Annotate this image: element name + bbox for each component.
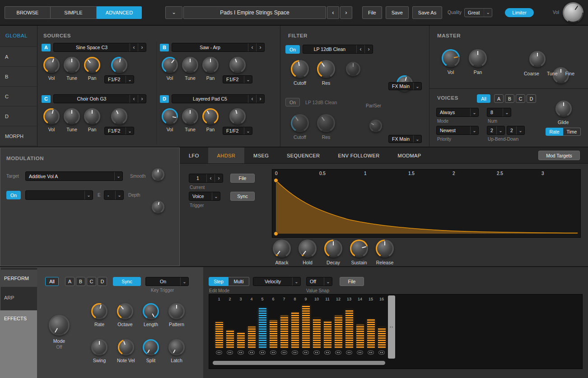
mod-targets-button[interactable]: Mod Targets <box>538 151 580 160</box>
filter2-route-select[interactable]: FX Main ⌄ <box>388 135 422 143</box>
envelope-node[interactable] <box>274 232 278 236</box>
arp-b-button[interactable]: B <box>76 277 85 286</box>
tab-sequencer[interactable]: SEQUENCER <box>278 148 329 163</box>
edit-step-button[interactable]: Step <box>209 277 229 286</box>
pan-knob[interactable] <box>202 57 219 73</box>
release-knob[interactable] <box>376 240 394 258</box>
depth-knob[interactable] <box>152 201 164 213</box>
source-name-field[interactable]: Saw - Arp ‹ › <box>172 43 265 52</box>
note-vel-knob[interactable] <box>118 339 134 355</box>
browse-button[interactable]: BROWSE <box>5 6 51 19</box>
tab-env-follower[interactable]: ENV FOLLOWER <box>329 148 388 163</box>
global-tab[interactable]: GLOBAL <box>5 33 28 38</box>
limiter-button[interactable]: Limiter <box>505 8 534 17</box>
decay-knob[interactable] <box>324 240 342 258</box>
step-bar[interactable] <box>300 304 311 348</box>
step-file-button[interactable]: File <box>340 277 364 286</box>
step-bar[interactable] <box>365 304 376 348</box>
nav-item-a[interactable]: A <box>0 46 37 66</box>
master-volume-knob[interactable] <box>563 2 583 23</box>
step-tie[interactable] <box>311 350 322 355</box>
step-bar[interactable] <box>257 304 268 348</box>
prev-icon[interactable]: ‹ <box>130 95 138 103</box>
step-bar[interactable] <box>246 304 257 348</box>
step-tie[interactable] <box>355 350 365 355</box>
value-snap-select[interactable]: Off ⌄ <box>306 277 332 286</box>
cutoff-knob[interactable] <box>291 114 309 132</box>
vol-knob[interactable] <box>43 57 60 73</box>
source-name-field[interactable]: Sine Space C3 ‹ › <box>53 43 146 52</box>
step-bar[interactable] <box>289 304 300 348</box>
next-icon[interactable]: › <box>215 174 223 182</box>
vol-knob[interactable] <box>162 108 178 124</box>
next-icon[interactable]: › <box>364 45 373 53</box>
arp-c-button[interactable]: C <box>87 277 96 286</box>
tune-knob[interactable] <box>64 57 80 73</box>
pattern-knob[interactable] <box>168 303 185 319</box>
step-tie[interactable] <box>333 350 344 355</box>
source-name-field[interactable]: Choir Ooh G3 ‹ › <box>53 94 146 103</box>
source-name-field[interactable]: Layered Pad C5 ‹ › <box>172 94 265 103</box>
step-grid[interactable]: 12345678910111213141516 ‹› <box>209 294 583 369</box>
file-button[interactable]: File <box>362 6 382 19</box>
simple-button[interactable]: SIMPLE <box>51 6 97 19</box>
voices-c-button[interactable]: C <box>516 94 525 103</box>
mod-source-select[interactable]: ⌄ <box>25 190 93 200</box>
step-bar[interactable] <box>214 304 224 348</box>
step-tie[interactable] <box>279 350 289 355</box>
trigger-select[interactable]: Voice ⌄ <box>189 192 220 201</box>
edit-multi-button[interactable]: Multi <box>229 277 249 286</box>
step-tie[interactable] <box>289 350 300 355</box>
latch-knob[interactable] <box>168 339 185 355</box>
step-tie[interactable] <box>300 350 311 355</box>
arp-sync-button[interactable]: Sync <box>113 277 141 286</box>
envelope-index-field[interactable]: 1 ‹ › <box>189 174 223 183</box>
rate-knob[interactable] <box>91 303 107 319</box>
horizontal-scrollbar[interactable] <box>213 361 385 365</box>
vol-knob[interactable] <box>43 108 60 124</box>
step-bar[interactable] <box>322 304 333 348</box>
quality-select[interactable]: Great ⌄ <box>464 8 492 17</box>
step-bar[interactable] <box>235 304 246 348</box>
prev-icon[interactable]: ‹ <box>206 174 215 182</box>
smooth-knob[interactable] <box>152 168 164 181</box>
filter-send-knob[interactable] <box>229 108 246 124</box>
master-pan-knob[interactable] <box>469 49 487 67</box>
filter1-type-field[interactable]: LP 12dB Clean ‹ › <box>303 45 373 54</box>
coarse-tune-knob[interactable] <box>529 51 546 67</box>
glide-time-button[interactable]: Time <box>563 128 581 136</box>
next-icon[interactable]: › <box>138 95 146 103</box>
preset-next-button[interactable]: › <box>340 6 352 19</box>
step-tie[interactable] <box>268 350 279 355</box>
glide-knob[interactable] <box>555 101 572 117</box>
mod-operator-select[interactable]: - ⌄ <box>104 190 124 200</box>
filter2-on-button[interactable]: On <box>285 98 300 106</box>
hold-knob[interactable] <box>299 240 317 258</box>
tab-mseg[interactable]: MSEG <box>244 148 278 163</box>
step-tie[interactable] <box>246 350 257 355</box>
mod-target-select[interactable]: Additive Vol A ⌄ <box>25 171 123 181</box>
step-param-select[interactable]: Velocity ⌄ <box>253 277 301 286</box>
tab-modmap[interactable]: MODMAP <box>389 148 430 163</box>
voices-d-button[interactable]: D <box>527 94 536 103</box>
step-tie[interactable] <box>214 350 224 355</box>
voices-mode-select[interactable]: Always ⌄ <box>436 108 479 117</box>
arp-d-button[interactable]: D <box>98 277 107 286</box>
tab-arp[interactable]: ARP <box>4 295 14 300</box>
step-bar[interactable] <box>311 304 322 348</box>
voices-all-button[interactable]: All <box>477 94 490 103</box>
mod-slot-on-button[interactable]: On <box>6 191 21 199</box>
prev-icon[interactable]: ‹ <box>248 95 256 103</box>
filter-send-knob[interactable] <box>229 57 246 73</box>
sustain-knob[interactable] <box>350 240 368 258</box>
save-button[interactable]: Save <box>386 6 409 19</box>
preset-prev-button[interactable]: ‹ <box>327 6 339 19</box>
step-tie[interactable] <box>344 350 355 355</box>
voices-b-button[interactable]: B <box>505 94 514 103</box>
res-knob[interactable] <box>317 114 335 132</box>
step-tie[interactable] <box>257 350 268 355</box>
envelope-sync-button[interactable]: Sync <box>230 192 255 201</box>
prev-icon[interactable]: ‹ <box>130 43 138 51</box>
step-tie[interactable] <box>224 350 235 355</box>
key-trigger-select[interactable]: On ⌄ <box>145 277 189 286</box>
